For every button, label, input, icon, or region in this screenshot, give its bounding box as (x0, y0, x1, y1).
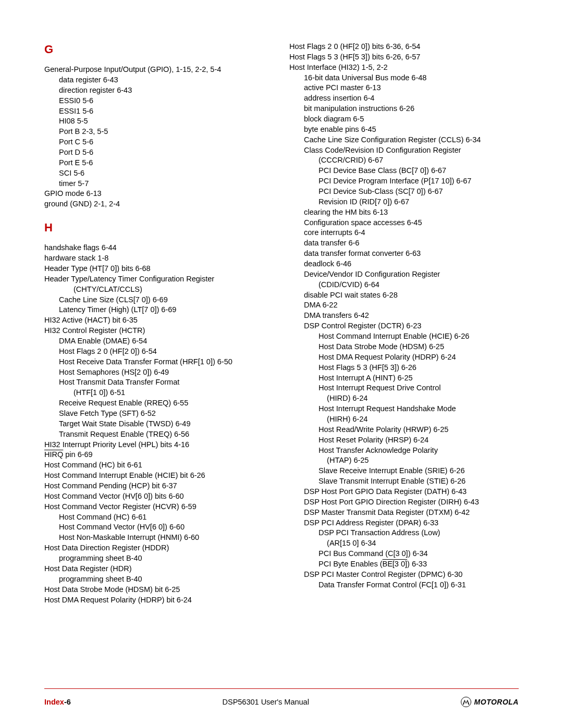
index-entry: Host Flags 2 0 (HF[2 0]) 6-54 (44, 347, 274, 357)
index-entry: data transfer format converter 6-63 (289, 249, 519, 259)
index-entry: programming sheet B-40 (44, 574, 274, 585)
brand-text: MOTOROLA (474, 698, 519, 706)
index-entry: Host Interface (HI32) 1-5, 2-2 (289, 63, 519, 73)
index-entry: Configuration space accesses 6-45 (289, 218, 519, 228)
index-entry: core interrupts 6-4 (289, 228, 519, 238)
index-entry: Host Command Vector Register (HCVR) 6-59 (44, 502, 274, 512)
index-entry: SCI 5-6 (44, 168, 274, 179)
footer-page-number: Index-6 (44, 698, 71, 706)
index-entry: Cache Line Size Configuration Register (… (289, 135, 519, 145)
index-entry: Host Read/Write Polarity (HRWP) 6-25 (289, 425, 519, 435)
footer-brand: MOTOROLA (461, 697, 519, 707)
index-entry: HI32 Control Register (HCTR) (44, 326, 274, 336)
index-text: PCI Byte Enables ( (319, 560, 383, 568)
index-entry: PCI Device Program Interface (P[17 10]) … (289, 176, 519, 187)
index-entry: block diagram 6-5 (289, 114, 519, 125)
index-entry: (CHTY/CLAT/CCLS) (44, 285, 274, 295)
index-entry: Cache Line Size (CLS[7 0]) 6-69 (44, 295, 274, 305)
index-entry: (HIRD) 6-24 (289, 393, 519, 404)
index-entry: Slave Transmit Interrupt Enable (STIE) 6… (289, 476, 519, 487)
index-entry: timer 5-7 (44, 179, 274, 189)
index-entry: Host Command (HC) bit 6-61 (44, 460, 274, 471)
index-entry: (HIRH) 6-24 (289, 414, 519, 425)
index-entry: data register 6-43 (44, 75, 274, 85)
index-entry: ground (GND) 2-1, 2-4 (44, 199, 274, 209)
index-entry: Host Command Vector (HV[6 0]) 6-60 (44, 522, 274, 533)
index-entry: Host Command Interrupt Enable (HCIE) bit… (44, 471, 274, 481)
index-entry: Host Interrupt Request Handshake Mode (289, 404, 519, 414)
index-entry: Host Transmit Data Transfer Format (44, 377, 274, 388)
index-entry: Host Command Interrupt Enable (HCIE) 6-2… (289, 331, 519, 342)
index-entry: Host Interrupt A (HINT) 6-25 (289, 373, 519, 384)
index-entry: Host Command Pending (HCP) bit 6-37 (44, 481, 274, 491)
index-entry: PCI Device Base Class (BC[7 0]) 6-67 (289, 166, 519, 176)
document-page: G General-Purpose Input/Output (GPIO), 1… (0, 0, 563, 728)
index-entry: 16-bit data Universal Bus mode 6-48 (289, 73, 519, 83)
index-entry: handshake flags 6-44 (44, 243, 274, 253)
logo-icon (461, 697, 471, 707)
column-left: G General-Purpose Input/Output (GPIO), 1… (44, 42, 274, 605)
index-entry: Host Data Register (HDR) (44, 564, 274, 574)
index-entry: bit manipulation instructions 6-26 (289, 104, 519, 114)
column-right: Host Flags 2 0 (HF[2 0]) bits 6-36, 6-54… (289, 42, 519, 605)
footer-rule (44, 688, 519, 689)
index-entry: active PCI master 6-13 (289, 83, 519, 93)
index-entry: DMA Enable (DMAE) 6-54 (44, 336, 274, 347)
index-entry: HI08 5-5 (44, 116, 274, 127)
index-entry: Port B 2-3, 5-5 (44, 127, 274, 137)
section-letter-h: H (44, 220, 274, 236)
two-column-content: G General-Purpose Input/Output (GPIO), 1… (44, 42, 519, 605)
index-entry: Host Command (HC) 6-61 (44, 512, 274, 523)
index-entry: Slave Fetch Type (SFT) 6-52 (44, 409, 274, 419)
index-entry: DSP Host Port GPIO Data Register (DATH) … (289, 487, 519, 497)
index-entry: Receive Request Enable (RREQ) 6-55 (44, 398, 274, 409)
index-entry: Host Transfer Acknowledge Polarity (289, 446, 519, 456)
index-entry: hardware stack 1-8 (44, 253, 274, 264)
page-footer: Index-6 DSP56301 User's Manual MOTOROLA (44, 697, 519, 707)
index-entry: (AR[15 0] 6-34 (289, 538, 519, 549)
index-entry: deadlock 6-46 (289, 259, 519, 269)
index-entry: PCI Byte Enables (BE[3 0]) 6-33 (289, 559, 519, 570)
index-entry: data transfer 6-6 (289, 238, 519, 249)
index-entry: Latency Timer (High) (LT[7 0]) 6-69 (44, 305, 274, 315)
index-entry: clearing the HM bits 6-13 (289, 207, 519, 218)
index-entry: PCI Bus Command (C[3 0]) 6-34 (289, 549, 519, 559)
index-entry: ESSI1 5-6 (44, 106, 274, 117)
index-entry: Host Interrupt Request Drive Control (289, 383, 519, 393)
overline-text: HIRQ (44, 450, 63, 459)
index-entry: address insertion 6-4 (289, 93, 519, 104)
index-entry: PCI Device Sub-Class (SC[7 0]) 6-67 (289, 187, 519, 197)
index-entry: HIRQ pin 6-69 (44, 450, 274, 460)
index-entry: byte enable pins 6-45 (289, 125, 519, 135)
index-entry: Device/Vendor ID Configuration Register (289, 269, 519, 280)
index-entry: Header Type/Latency Timer Configuration … (44, 274, 274, 285)
index-entry: (CDID/CVID) 6-64 (289, 280, 519, 290)
index-entry: Host Data Strobe Mode (HDSM) bit 6-25 (44, 585, 274, 595)
index-entry: DSP PCI Master Control Register (DPMC) 6… (289, 570, 519, 580)
index-entry: Host Flags 5 3 (HF[5 3]) 6-26 (289, 363, 519, 373)
index-entry: GPIO mode 6-13 (44, 189, 274, 199)
index-entry: Port E 5-6 (44, 158, 274, 168)
overline-text: BE[3 0] (383, 560, 408, 568)
index-entry: (CCCR/CRID) 6-67 (289, 155, 519, 166)
index-entry: DMA 6-22 (289, 300, 519, 311)
index-entry: Port D 5-6 (44, 147, 274, 158)
index-entry: Host Command Vector (HV[6 0]) bits 6-60 (44, 491, 274, 502)
index-entry: Port C 5-6 (44, 137, 274, 147)
index-entry: Class Code/Revision ID Configuration Reg… (289, 145, 519, 156)
index-entry: Host Semaphores (HS[2 0]) 6-49 (44, 367, 274, 378)
index-entry: Host DMA Request Polarity (HDRP) bit 6-2… (44, 595, 274, 606)
footer-title: DSP56301 User's Manual (222, 698, 309, 706)
index-entry: Host Flags 2 0 (HF[2 0]) bits 6-36, 6-54 (289, 42, 519, 52)
index-entry: Revision ID (RID[7 0]) 6-67 (289, 197, 519, 207)
index-entry: ESSI0 5-6 (44, 96, 274, 106)
index-entry: DMA transfers 6-42 (289, 311, 519, 321)
index-entry: Host Non-Maskable Interrupt (HNMI) 6-60 (44, 533, 274, 543)
index-entry: DSP PCI Address Register (DPAR) 6-33 (289, 518, 519, 528)
index-entry: Host Flags 5 3 (HF[5 3]) bits 6-26, 6-57 (289, 52, 519, 63)
index-entry: HI32 Active (HACT) bit 6-35 (44, 315, 274, 326)
index-entry: (HTF[1 0]) 6-51 (44, 388, 274, 398)
index-entry: (HTAP) 6-25 (289, 455, 519, 466)
index-text: pin 6-69 (63, 450, 92, 459)
index-entry: Host Reset Polarity (HRSP) 6-24 (289, 435, 519, 446)
